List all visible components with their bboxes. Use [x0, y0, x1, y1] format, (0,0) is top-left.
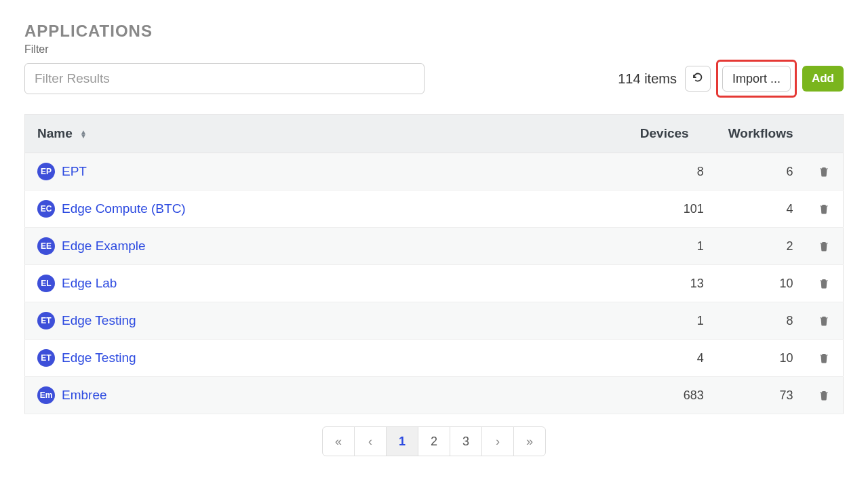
app-name-link[interactable]: Embree — [62, 388, 107, 403]
workflows-cell: 8 — [716, 302, 806, 340]
trash-icon[interactable] — [818, 240, 831, 252]
column-header-workflows[interactable]: Workflows — [716, 115, 806, 153]
import-button[interactable]: Import ... — [722, 66, 791, 92]
app-name-link[interactable]: Edge Testing — [62, 350, 136, 365]
app-name-link[interactable]: EPT — [62, 164, 87, 179]
table-row: ELEdge Lab1310 — [25, 265, 844, 302]
app-avatar: EC — [37, 200, 55, 218]
add-button[interactable]: Add — [802, 66, 844, 92]
table-row: ETEdge Testing410 — [25, 340, 844, 377]
column-header-actions — [806, 115, 844, 153]
app-avatar: EP — [37, 163, 55, 180]
page-first[interactable]: « — [322, 426, 355, 456]
column-name-label: Name — [37, 126, 73, 140]
applications-table: Name ▲▼ Devices Workflows EPEPT86ECEdge … — [24, 114, 844, 414]
pagination: « ‹ 1 2 3 › » — [24, 426, 844, 456]
app-name-link[interactable]: Edge Testing — [62, 313, 136, 328]
app-avatar: EL — [37, 275, 55, 292]
app-name-link[interactable]: Edge Lab — [62, 276, 117, 291]
column-header-name[interactable]: Name ▲▼ — [25, 115, 628, 153]
trash-icon[interactable] — [818, 203, 831, 215]
trash-icon[interactable] — [818, 165, 831, 178]
page-last[interactable]: » — [513, 426, 546, 456]
trash-icon[interactable] — [818, 352, 831, 364]
page-1[interactable]: 1 — [386, 426, 418, 456]
import-highlight: Import ... — [716, 60, 797, 98]
devices-cell: 8 — [628, 153, 716, 191]
workflows-cell: 4 — [716, 191, 806, 228]
page-next[interactable]: › — [481, 426, 514, 456]
trash-icon[interactable] — [818, 389, 831, 401]
app-name-link[interactable]: Edge Compute (BTC) — [62, 201, 186, 216]
workflows-cell: 73 — [716, 377, 806, 414]
top-actions: 114 items Import ... Add — [618, 60, 844, 98]
filter-input[interactable] — [24, 63, 425, 94]
table-header-row: Name ▲▼ Devices Workflows — [25, 115, 844, 153]
sort-icon: ▲▼ — [80, 130, 87, 138]
page-2[interactable]: 2 — [418, 426, 450, 456]
filter-label: Filter — [24, 43, 844, 56]
table-row: ECEdge Compute (BTC)1014 — [25, 191, 844, 228]
app-avatar: ET — [37, 312, 55, 329]
devices-cell: 683 — [628, 377, 716, 414]
table-row: EPEPT86 — [25, 153, 844, 191]
app-avatar: Em — [37, 386, 55, 404]
devices-cell: 4 — [628, 340, 716, 377]
devices-cell: 101 — [628, 191, 716, 228]
app-avatar: EE — [37, 237, 55, 255]
table-row: ETEdge Testing18 — [25, 302, 844, 340]
workflows-cell: 10 — [716, 340, 806, 377]
toolbar-row: 114 items Import ... Add — [24, 60, 844, 98]
trash-icon[interactable] — [818, 277, 831, 289]
trash-icon[interactable] — [818, 315, 831, 327]
page-3[interactable]: 3 — [450, 426, 482, 456]
devices-cell: 13 — [628, 265, 716, 302]
refresh-button[interactable] — [685, 66, 711, 92]
page-title: APPLICATIONS — [24, 22, 844, 41]
refresh-icon — [692, 72, 703, 85]
devices-cell: 1 — [628, 228, 716, 265]
devices-cell: 1 — [628, 302, 716, 340]
workflows-cell: 2 — [716, 228, 806, 265]
app-avatar: ET — [37, 349, 55, 367]
table-row: EmEmbree68373 — [25, 377, 844, 414]
table-row: EEEdge Example12 — [25, 228, 844, 265]
workflows-cell: 10 — [716, 265, 806, 302]
page-prev[interactable]: ‹ — [354, 426, 387, 456]
item-count: 114 items — [618, 71, 677, 87]
column-header-devices[interactable]: Devices — [628, 115, 716, 153]
workflows-cell: 6 — [716, 153, 806, 191]
app-name-link[interactable]: Edge Example — [62, 239, 146, 254]
